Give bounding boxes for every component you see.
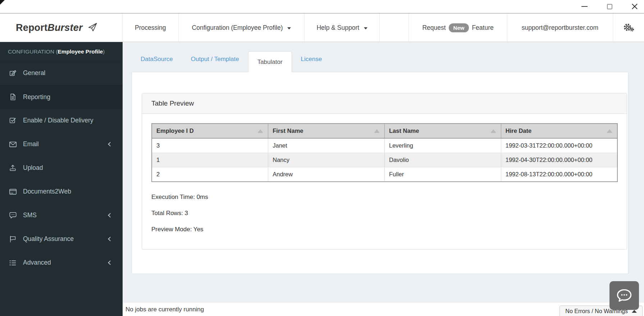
sidebar-item-email[interactable]: Email [0, 133, 123, 156]
sidebar-item-reporting[interactable]: Reporting [0, 85, 123, 109]
chat-bubble-icon [616, 288, 632, 303]
chevron-up-icon [632, 310, 637, 313]
sort-arrow-icon [374, 129, 380, 133]
main-column: DataSource Output / Template Tabulator L… [123, 42, 644, 316]
tab-output-template[interactable]: Output / Template [182, 47, 248, 72]
nav-processing[interactable]: Processing [123, 14, 179, 42]
panel-title: Table Preview [142, 93, 627, 114]
tab-tabulator[interactable]: Tabulator [248, 51, 292, 72]
edit-icon [8, 69, 18, 77]
minimize-icon [581, 6, 588, 7]
close-button[interactable] [631, 3, 638, 10]
sidebar-item-upload[interactable]: Upload [0, 156, 123, 180]
query-stats: Execution Time: 0ms Total Rows: 3 Previe… [151, 194, 618, 233]
sidebar-item-general[interactable]: General [0, 61, 123, 85]
maximize-icon [607, 4, 612, 9]
sidebar-item-sms[interactable]: SMS [0, 204, 123, 227]
sort-arrow-icon [257, 129, 263, 133]
sidebar-item-advanced[interactable]: Advanced [0, 251, 123, 275]
status-bar: No jobs are currently running No Errors … [123, 303, 644, 316]
upload-icon [8, 164, 18, 172]
table-preview-panel: Table Preview Employee I D First Name La… [142, 93, 627, 250]
brand[interactable]: ReportBurster [0, 14, 123, 42]
chevron-left-icon [108, 237, 113, 241]
sidebar-item-enable-disable-delivery[interactable]: Enable / Disable Delivery [0, 109, 123, 133]
column-header-employee-id[interactable]: Employee I D [152, 124, 268, 138]
sort-arrow-icon [607, 129, 612, 133]
chevron-down-icon [287, 27, 291, 29]
nav-request-feature[interactable]: Request New Feature [408, 14, 507, 42]
nav-help-support-dropdown[interactable]: Help & Support [305, 14, 380, 42]
window-titlebar [0, 0, 644, 14]
sidebar-item-quality-assurance[interactable]: Quality Assurance [0, 227, 123, 251]
table-row[interactable]: 3 Janet Leverling 1992-03-31T22:00:00.00… [152, 138, 617, 153]
table-header-row: Employee I D First Name Last Name Hire D… [152, 124, 617, 138]
nav-configuration-dropdown[interactable]: Configuration (Employee Profile) [179, 14, 305, 42]
gears-icon [623, 23, 634, 33]
nav-settings[interactable] [613, 14, 644, 42]
window-controls [581, 0, 638, 13]
preview-mode: Preview Mode: Yes [151, 226, 618, 233]
new-badge: New [449, 23, 469, 32]
list-icon [8, 259, 18, 266]
flag-icon [8, 235, 18, 243]
column-header-first-name[interactable]: First Name [268, 124, 385, 138]
minimize-button[interactable] [581, 3, 588, 10]
tab-bar: DataSource Output / Template Tabulator L… [132, 47, 629, 72]
table-row[interactable]: 2 Andrew Fuller 1992-08-13T22:00:00.000+… [152, 167, 617, 182]
chevron-left-icon [108, 213, 113, 218]
maximize-button[interactable] [606, 3, 613, 10]
app-window: ReportBurster Processing Configuration (… [0, 0, 644, 316]
total-rows: Total Rows: 3 [151, 210, 618, 217]
sort-arrow-icon [490, 129, 496, 133]
column-header-last-name[interactable]: Last Name [385, 124, 501, 138]
column-header-hire-date[interactable]: Hire Date [501, 124, 617, 138]
card-icon [8, 188, 18, 195]
navbar-right: Request New Feature support@reportburste… [408, 14, 644, 42]
chevron-left-icon [108, 260, 113, 265]
comment-dots-icon [8, 212, 18, 219]
paper-plane-icon [87, 22, 99, 33]
chevron-left-icon [108, 142, 113, 147]
file-text-icon [8, 93, 18, 101]
preview-table: Employee I D First Name Last Name Hire D… [151, 123, 618, 182]
nav-support-email[interactable]: support@reportburster.com [507, 14, 613, 42]
content-area: DataSource Output / Template Tabulator L… [123, 42, 644, 303]
brand-name: ReportBurster [16, 22, 83, 33]
table-row[interactable]: 1 Nancy Davolio 1992-04-30T22:00:00.000+… [152, 153, 617, 167]
tab-datasource[interactable]: DataSource [132, 47, 182, 72]
tab-license[interactable]: License [292, 47, 331, 72]
sidebar-item-documents2web[interactable]: Documents2Web [0, 180, 123, 204]
chat-button[interactable] [609, 281, 639, 310]
execution-time: Execution Time: 0ms [151, 194, 618, 201]
top-navbar: ReportBurster Processing Configuration (… [0, 14, 644, 42]
envelope-icon [8, 141, 18, 148]
panel-body: Employee I D First Name Last Name Hire D… [142, 114, 627, 249]
sidebar: CONFIGURATION (Employee Profile) General… [0, 42, 123, 316]
check-square-icon [8, 117, 18, 124]
jobs-status-text: No jobs are currently running [125, 306, 204, 313]
cursor-artifact [0, 0, 5, 5]
tab-content: Table Preview Employee I D First Name La… [132, 72, 629, 274]
sidebar-header: CONFIGURATION (Employee Profile) [0, 42, 123, 61]
chevron-down-icon [364, 27, 367, 29]
